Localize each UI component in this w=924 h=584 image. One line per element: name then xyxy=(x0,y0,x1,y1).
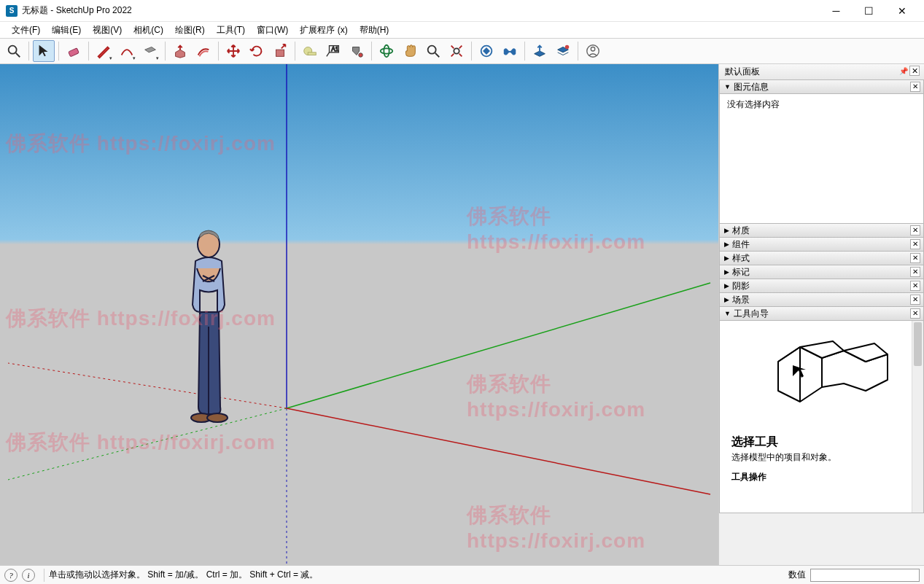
panel-title: 场景 xyxy=(732,294,750,306)
tray-titlebar[interactable]: 默认面板 📌 ✕ xyxy=(719,64,924,80)
scrollbar[interactable] xyxy=(912,321,923,513)
text-tool[interactable]: A1 xyxy=(322,40,344,62)
instructor-image xyxy=(749,332,895,427)
menu-edit[interactable]: 编辑(E) xyxy=(46,23,87,38)
svg-point-15 xyxy=(565,45,570,50)
tray-title: 默认面板 xyxy=(725,66,760,78)
pencil-tool[interactable]: ▾ xyxy=(93,40,114,62)
info-icon[interactable]: i xyxy=(22,569,35,582)
move-tool[interactable] xyxy=(222,40,244,62)
rotate-tool[interactable] xyxy=(246,40,268,62)
panel-close-icon[interactable]: ✕ xyxy=(910,253,920,263)
statusbar: ? i 单击或拖动以选择对象。 Shift = 加/减。 Ctrl = 加。 S… xyxy=(0,565,924,584)
caret-right-icon: ▶ xyxy=(724,254,729,262)
menu-file[interactable]: 文件(F) xyxy=(6,23,46,38)
account-tool[interactable] xyxy=(582,40,604,62)
separator xyxy=(88,42,89,61)
zoom-extents-tool[interactable] xyxy=(446,40,467,62)
layers-tool[interactable] xyxy=(552,40,574,62)
separator xyxy=(44,569,44,582)
pan-tool[interactable] xyxy=(399,40,421,62)
ext-warehouse-tool[interactable] xyxy=(499,40,521,62)
panel-close-icon[interactable]: ✕ xyxy=(910,308,920,319)
vcb: 数值 xyxy=(788,569,920,582)
panel-title: 样式 xyxy=(732,252,750,265)
zoom-tool[interactable] xyxy=(422,40,444,62)
panel-scenes-header[interactable]: ▶场景✕ xyxy=(719,292,924,307)
panel-tags-header[interactable]: ▶标记✕ xyxy=(719,265,924,279)
panel-title: 工具向导 xyxy=(734,308,769,320)
offset-tool[interactable] xyxy=(193,40,214,62)
orbit-tool[interactable] xyxy=(376,40,397,62)
scrollbar-thumb[interactable] xyxy=(914,322,922,366)
svg-point-8 xyxy=(359,53,363,58)
minimize-button[interactable]: ─ xyxy=(820,1,853,21)
panel-styles-header[interactable]: ▶样式✕ xyxy=(719,251,924,265)
default-tray: 默认面板 📌 ✕ ▼ 图元信息 ✕ 没有选择内容 ▶材质✕ ▶组件✕ ▶样式✕ … xyxy=(718,64,924,565)
panel-close-icon[interactable]: ✕ xyxy=(910,239,920,249)
separator xyxy=(524,42,525,61)
separator xyxy=(471,42,472,61)
panel-close-icon[interactable]: ✕ xyxy=(910,267,920,277)
axis-green-neg xyxy=(8,408,287,480)
separator xyxy=(371,42,372,61)
pin-icon[interactable]: 📌 xyxy=(899,67,908,75)
panel-materials-header[interactable]: ▶材质✕ xyxy=(719,223,924,238)
entity-empty-text: 没有选择内容 xyxy=(727,99,780,109)
panel-instructor-body: 选择工具 选择模型中的项目和对象。 工具操作 xyxy=(719,321,924,513)
menu-window[interactable]: 窗口(W) xyxy=(251,23,294,38)
panel-shadows-header[interactable]: ▶阴影✕ xyxy=(719,279,924,293)
menu-help[interactable]: 帮助(H) xyxy=(354,23,395,38)
app-icon: S xyxy=(6,5,18,17)
svg-point-13 xyxy=(454,48,459,53)
vcb-label: 数值 xyxy=(788,569,806,581)
panel-close-icon[interactable]: ✕ xyxy=(910,281,920,291)
tray-close-icon[interactable]: ✕ xyxy=(909,66,920,76)
menu-view[interactable]: 视图(V) xyxy=(87,23,128,38)
separator xyxy=(295,42,295,61)
caret-right-icon: ▶ xyxy=(724,282,729,289)
eraser-tool[interactable] xyxy=(63,40,85,62)
titlebar: S 无标题 - SketchUp Pro 2022 ─ ☐ ✕ xyxy=(0,0,924,22)
instructor-tool-name: 选择工具 xyxy=(727,435,916,450)
svg-rect-5 xyxy=(308,52,316,55)
separator xyxy=(165,42,166,61)
menu-draw[interactable]: 绘图(R) xyxy=(169,23,211,38)
scale-tool[interactable] xyxy=(269,40,291,62)
panel-title: 组件 xyxy=(732,238,750,251)
menu-camera[interactable]: 相机(C) xyxy=(128,23,169,38)
viewport[interactable]: 佛系软件 https://foxirj.com 佛系软件 https://fox… xyxy=(0,64,718,565)
axis-red-neg xyxy=(8,363,287,408)
panel-components-header[interactable]: ▶组件✕ xyxy=(719,237,924,252)
panel-close-icon[interactable]: ✕ xyxy=(910,295,920,305)
menu-extensions[interactable]: 扩展程序 (x) xyxy=(294,23,353,38)
panel-close-icon[interactable]: ✕ xyxy=(910,82,920,92)
arc-tool[interactable]: ▾ xyxy=(116,40,138,62)
search-tool[interactable] xyxy=(3,40,25,62)
instructor-sub: 工具操作 xyxy=(727,465,916,483)
panel-instructor-header[interactable]: ▼工具向导✕ xyxy=(719,306,924,321)
panel-close-icon[interactable]: ✕ xyxy=(910,225,920,235)
menu-tools[interactable]: 工具(T) xyxy=(211,23,251,38)
svg-point-9 xyxy=(381,48,393,53)
paint-tool[interactable] xyxy=(346,40,368,62)
svg-line-1 xyxy=(16,53,20,58)
panel-title: 材质 xyxy=(732,225,750,237)
warehouse-tool[interactable] xyxy=(475,40,497,62)
main-area: 佛系软件 https://foxirj.com 佛系软件 https://fox… xyxy=(0,64,924,565)
tape-tool[interactable] xyxy=(299,40,321,62)
separator xyxy=(28,42,29,61)
panel-entity-info-body: 没有选择内容 xyxy=(719,94,924,224)
svg-point-11 xyxy=(428,46,436,54)
pushpull-tool[interactable] xyxy=(169,40,191,62)
svg-line-12 xyxy=(435,53,440,58)
maximize-button[interactable]: ☐ xyxy=(853,1,885,21)
rectangle-tool[interactable]: ▾ xyxy=(139,40,161,62)
close-button[interactable]: ✕ xyxy=(885,1,918,21)
help-icon[interactable]: ? xyxy=(4,569,18,582)
separator xyxy=(578,42,578,61)
geolocation-tool[interactable] xyxy=(529,40,551,62)
vcb-input[interactable] xyxy=(810,569,920,582)
select-tool[interactable] xyxy=(33,40,55,62)
panel-entity-info-header[interactable]: ▼ 图元信息 ✕ xyxy=(719,79,924,94)
